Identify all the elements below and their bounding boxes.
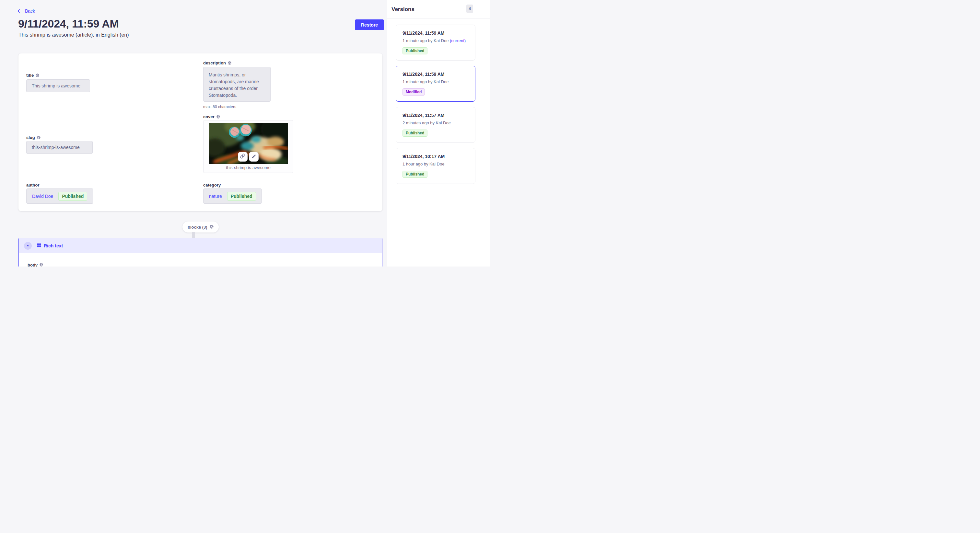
entry-form-card: title This shrimp is awesome description… — [19, 54, 382, 211]
cover-caption: this-shrimp-is-awesome — [204, 165, 293, 170]
globe-icon — [216, 115, 220, 119]
version-meta: 1 hour ago by Kai Doe — [402, 162, 469, 167]
category-field-label: category — [203, 182, 221, 187]
blocks-zone-pill: blocks (3) — [183, 222, 219, 233]
version-meta-text: 1 hour ago by Kai Doe — [402, 162, 444, 167]
version-status-badge: Published — [402, 130, 428, 136]
link-icon — [240, 154, 245, 160]
version-status-badge: Published — [402, 47, 428, 54]
version-card-selected[interactable]: 9/11/2024, 11:59 AM 1 minute ago by Kai … — [396, 66, 476, 102]
version-title: 9/11/2024, 10:17 AM — [402, 154, 469, 159]
block-connector — [192, 232, 195, 238]
version-meta: 2 minutes ago by Kai Doe — [402, 121, 469, 125]
cover-actions — [238, 152, 259, 162]
slug-field-label: slug — [26, 135, 40, 140]
versions-sidebar: Versions 4 9/11/2024, 11:59 AM 1 minute … — [387, 0, 490, 266]
category-relation-link[interactable]: nature — [209, 194, 222, 199]
description-textarea: Mantis shrimps, or stomatopods, are mari… — [203, 67, 270, 102]
back-link[interactable]: Back — [17, 8, 35, 14]
copy-link-button[interactable] — [238, 152, 248, 162]
author-label-text: author — [26, 182, 39, 187]
cover-media-card: this-shrimp-is-awesome — [203, 120, 293, 173]
body-label-text: body — [27, 263, 38, 266]
version-meta-text: 1 minute ago by Kai Doe — [402, 79, 449, 84]
versions-title: Versions — [391, 6, 415, 13]
version-meta: 1 minute ago by Kai Doe (current) — [402, 38, 469, 43]
version-meta: 1 minute ago by Kai Doe — [402, 79, 469, 84]
version-card[interactable]: 9/11/2024, 10:17 AM 1 hour ago by Kai Do… — [396, 148, 476, 184]
version-history-screen: Back 9/11/2024, 11:59 AM This shrimp is … — [0, 0, 490, 266]
title-input: This shrimp is awesome — [26, 79, 90, 92]
globe-icon — [36, 73, 39, 77]
globe-icon — [40, 263, 43, 266]
restore-button[interactable]: Restore — [355, 19, 384, 30]
version-title: 9/11/2024, 11:59 AM — [402, 30, 469, 36]
grid-icon — [37, 243, 41, 248]
category-relation-box: nature Published — [203, 189, 262, 204]
version-title: 9/11/2024, 11:59 AM — [402, 71, 469, 77]
pencil-icon — [251, 154, 256, 160]
back-arrow-icon — [17, 8, 22, 14]
rich-text-block: Rich text body — [19, 238, 382, 266]
category-status-badge: Published — [227, 192, 256, 201]
version-meta-text: 2 minutes ago by Kai Doe — [402, 121, 451, 125]
versions-count-badge: 4 — [466, 5, 473, 13]
body-field-label: body — [27, 263, 43, 266]
collapse-block-button[interactable] — [24, 242, 32, 250]
version-card[interactable]: 9/11/2024, 11:59 AM 1 minute ago by Kai … — [396, 25, 476, 60]
title-label-text: title — [26, 73, 34, 78]
globe-icon — [210, 225, 213, 230]
version-status-badge: Published — [402, 171, 428, 178]
version-title: 9/11/2024, 11:57 AM — [402, 113, 469, 118]
slug-label-text: slug — [26, 135, 35, 140]
versions-header: Versions 4 — [387, 0, 490, 19]
page-title: 9/11/2024, 11:59 AM — [18, 17, 119, 30]
author-relation-link[interactable]: David Doe — [32, 194, 53, 199]
edit-media-button[interactable] — [249, 152, 259, 162]
version-meta-text: 1 minute ago by Kai Doe — [402, 38, 449, 43]
block-title-group: Rich text — [37, 243, 63, 248]
cover-label-text: cover — [203, 114, 215, 119]
cover-field-label: cover — [203, 114, 220, 119]
version-current-link[interactable]: (current) — [450, 38, 466, 43]
author-relation-box: David Doe Published — [26, 189, 93, 204]
globe-icon — [37, 136, 40, 139]
description-label-text: description — [203, 60, 226, 65]
globe-icon — [228, 61, 231, 65]
page-subtitle: This shrimp is awesome (article), in Eng… — [19, 32, 129, 38]
description-hint: max. 80 characters — [203, 105, 236, 109]
block-title: Rich text — [44, 243, 63, 248]
category-label-text: category — [203, 182, 221, 187]
caret-up-icon — [26, 243, 30, 248]
back-label: Back — [25, 8, 35, 14]
version-card[interactable]: 9/11/2024, 11:57 AM 2 minutes ago by Kai… — [396, 107, 476, 143]
title-field-label: title — [26, 73, 39, 78]
version-status-badge: Modified — [402, 89, 425, 95]
rich-text-block-header: Rich text — [19, 238, 382, 253]
description-field-label: description — [203, 60, 231, 65]
main-panel: Back 9/11/2024, 11:59 AM This shrimp is … — [0, 0, 387, 266]
author-field-label: author — [26, 182, 39, 187]
blocks-pill-label: blocks (3) — [188, 225, 207, 230]
versions-list: 9/11/2024, 11:59 AM 1 minute ago by Kai … — [396, 25, 476, 184]
slug-input: this-shrimp-is-awesome — [26, 141, 93, 154]
author-status-badge: Published — [58, 192, 87, 201]
